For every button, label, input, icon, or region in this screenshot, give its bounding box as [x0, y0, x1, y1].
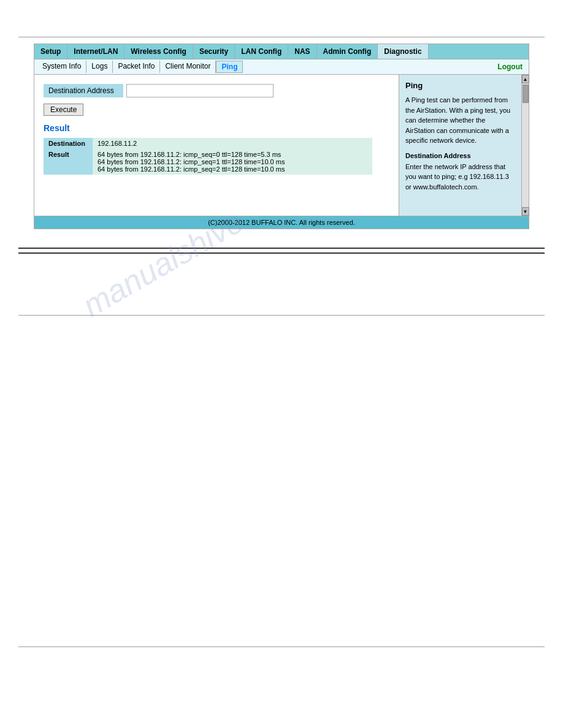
destination-cell-label: Destination [44, 138, 93, 149]
tab-security[interactable]: Security [193, 44, 235, 59]
main-nav: Setup Internet/LAN Wireless Config Secur… [34, 44, 529, 59]
router-ui-container: Setup Internet/LAN Wireless Config Secur… [34, 44, 529, 229]
tab-diagnostic[interactable]: Diagnostic [378, 44, 428, 59]
table-row-destination: Destination 192.168.11.2 [44, 138, 372, 149]
top-rule [18, 37, 545, 37]
content-area: Destination Address Execute Result Desti… [34, 75, 529, 216]
logout-button[interactable]: Logout [497, 63, 526, 71]
tab-setup[interactable]: Setup [34, 44, 67, 59]
tab-admin-config[interactable]: Admin Config [317, 44, 378, 59]
router-footer: (C)2000-2012 BUFFALO INC. All rights res… [34, 216, 529, 229]
tab-wireless-config[interactable]: Wireless Config [124, 44, 193, 59]
bottom-rule [18, 646, 545, 647]
tab-internet-lan[interactable]: Internet/LAN [67, 44, 124, 59]
subtab-ping[interactable]: Ping [216, 61, 243, 73]
scroll-up-button[interactable]: ▲ [522, 75, 529, 83]
bottom-spacer [0, 316, 563, 646]
sub-nav: System Info Logs Packet Info Client Moni… [34, 59, 529, 75]
spacer-3 [0, 254, 563, 315]
result-line-1: 64 bytes from 192.168.11.2: icmp_seq=1 t… [98, 158, 285, 165]
destination-label: Destination Address [44, 84, 123, 97]
scroll-down-button[interactable]: ▼ [522, 207, 529, 216]
spacer-1 [0, 235, 563, 248]
result-line-2: 64 bytes from 192.168.11.2: icmp_seq=2 t… [98, 165, 285, 173]
result-cell-value: 64 bytes from 192.168.11.2: icmp_seq=0 t… [93, 149, 372, 175]
main-content: Destination Address Execute Result Desti… [34, 75, 399, 216]
destination-cell-value: 192.168.11.2 [93, 138, 372, 149]
help-dest-title: Destination Address [405, 152, 515, 159]
sub-nav-tabs: System Info Logs Packet Info Client Moni… [37, 61, 243, 73]
tab-lan-config[interactable]: LAN Config [235, 44, 288, 59]
tab-nas[interactable]: NAS [288, 44, 316, 59]
help-body: A Ping test can be performed from the Ai… [405, 95, 515, 146]
scroll-thumb[interactable] [523, 85, 529, 103]
scrollbar[interactable]: ▲ ▼ [521, 75, 529, 216]
help-panel: Ping A Ping test can be performed from t… [399, 75, 521, 216]
help-dest-body: Enter the network IP address that you wa… [405, 162, 515, 192]
result-cell-label: Result [44, 149, 93, 175]
subtab-system-info[interactable]: System Info [37, 61, 86, 73]
subtab-packet-info[interactable]: Packet Info [113, 61, 160, 73]
result-table: Destination 192.168.11.2 Result 64 bytes… [44, 138, 372, 175]
execute-button[interactable]: Execute [44, 104, 83, 116]
table-row-result: Result 64 bytes from 192.168.11.2: icmp_… [44, 149, 372, 175]
destination-input[interactable] [126, 84, 274, 97]
help-title: Ping [405, 81, 515, 90]
result-line-0: 64 bytes from 192.168.11.2: icmp_seq=0 t… [98, 151, 281, 158]
subtab-logs[interactable]: Logs [86, 61, 113, 73]
subtab-client-monitor[interactable]: Client Monitor [160, 61, 216, 73]
destination-row: Destination Address [44, 84, 389, 97]
result-title: Result [44, 123, 389, 133]
